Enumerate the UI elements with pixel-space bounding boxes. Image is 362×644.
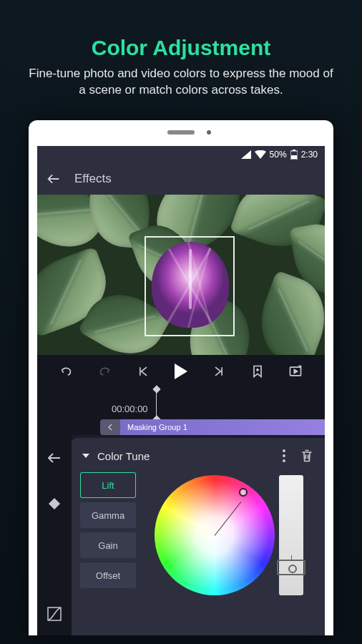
svg-point-7	[283, 459, 285, 462]
wifi-icon	[255, 150, 266, 159]
panel-collapse-icon[interactable]	[82, 452, 90, 460]
undo-button[interactable]	[57, 361, 77, 381]
fullscreen-play-button[interactable]	[285, 361, 305, 381]
color-wheel[interactable]	[155, 475, 275, 595]
play-button[interactable]	[171, 361, 191, 381]
phone-speaker	[167, 130, 195, 135]
timeline[interactable]: 00:00:00 Masking Group 1	[37, 388, 325, 435]
panel-header: Color Tune	[80, 445, 316, 472]
panel-title: Color Tune	[97, 450, 269, 462]
keyframe-icon[interactable]	[44, 494, 64, 514]
svg-point-5	[283, 449, 285, 452]
param-offset[interactable]: Offset	[80, 562, 136, 588]
param-gain[interactable]: Gain	[80, 532, 136, 558]
more-options-button[interactable]	[276, 448, 292, 464]
svg-rect-2	[291, 155, 297, 159]
clip-collapse-handle[interactable]	[100, 419, 120, 435]
color-tune-panel: Color Tune Lift Gamma Gain Offset	[72, 438, 325, 635]
battery-percent: 50%	[270, 150, 287, 160]
clip-row: Masking Group 1	[100, 419, 325, 435]
playback-bar	[37, 355, 325, 388]
bookmark-add-button[interactable]	[248, 361, 268, 381]
skip-start-button[interactable]	[133, 361, 153, 381]
masked-content	[152, 242, 229, 328]
cellular-icon	[241, 150, 251, 159]
app-screen: 50% 2:30 Effects	[37, 146, 325, 635]
mask-selection-box[interactable]	[145, 236, 235, 336]
promo-subtitle: Fine-tune photo and video colors to expr…	[0, 60, 362, 99]
battery-icon	[290, 150, 298, 160]
param-lift[interactable]: Lift	[80, 472, 136, 498]
wheel-handle[interactable]	[239, 488, 248, 497]
timecode: 00:00:00	[112, 404, 148, 414]
curves-icon[interactable]	[44, 604, 64, 624]
playhead[interactable]	[156, 389, 157, 419]
param-gamma[interactable]: Gamma	[80, 502, 136, 528]
app-header: Effects	[37, 163, 325, 195]
status-bar: 50% 2:30	[37, 146, 325, 163]
svg-point-6	[283, 454, 285, 457]
panel-body: Lift Gamma Gain Offset	[80, 472, 316, 635]
phone-camera	[207, 130, 211, 135]
luminance-slider[interactable]	[279, 475, 303, 595]
skip-end-button[interactable]	[209, 361, 229, 381]
wheel-vector-line	[215, 502, 242, 536]
redo-button[interactable]	[94, 361, 114, 381]
clip-masking-group[interactable]: Masking Group 1	[120, 419, 325, 435]
delete-button[interactable]	[299, 448, 315, 464]
luminance-handle[interactable]	[277, 560, 305, 575]
status-time: 2:30	[301, 150, 318, 160]
editor-area: Color Tune Lift Gamma Gain Offset	[37, 435, 325, 635]
param-list: Lift Gamma Gain Offset	[80, 472, 136, 635]
promo-title: Color Adjustment	[0, 0, 362, 60]
header-title: Effects	[74, 172, 112, 186]
play-icon	[175, 364, 187, 379]
rail-back-button[interactable]	[44, 448, 64, 468]
color-wheel-area	[142, 472, 316, 635]
back-button[interactable]	[46, 171, 62, 187]
video-preview[interactable]	[37, 195, 325, 355]
editor-side-rail	[37, 435, 72, 635]
phone-frame: 50% 2:30 Effects	[29, 120, 333, 635]
